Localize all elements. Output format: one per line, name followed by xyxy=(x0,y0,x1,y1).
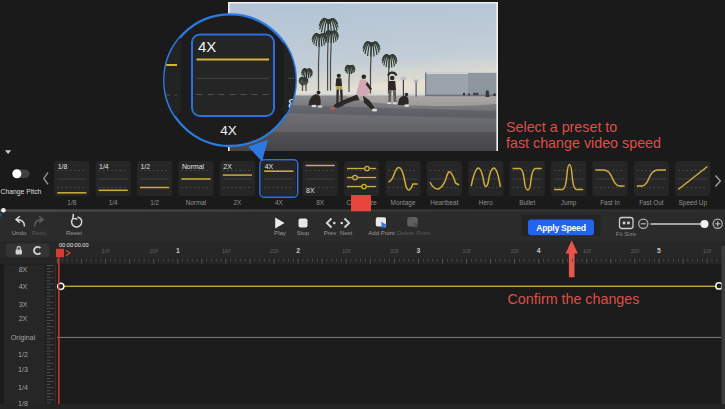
svg-text:3: 3 xyxy=(417,247,421,254)
svg-text:10f: 10f xyxy=(583,248,592,254)
svg-text:fast change video speed: fast change video speed xyxy=(506,135,661,151)
svg-text:Bullet: Bullet xyxy=(519,199,535,206)
svg-text:20f: 20f xyxy=(631,248,640,254)
svg-text:10f: 10f xyxy=(342,248,351,254)
svg-text:Normal: Normal xyxy=(186,199,207,206)
svg-text:Heartbeat: Heartbeat xyxy=(430,199,458,206)
svg-text:4X: 4X xyxy=(19,283,28,291)
svg-text:Next: Next xyxy=(340,229,353,236)
svg-text:Original: Original xyxy=(11,334,36,342)
svg-text:2X: 2X xyxy=(223,163,232,170)
svg-text:1/4: 1/4 xyxy=(18,384,28,392)
svg-text:Reset: Reset xyxy=(66,229,82,236)
svg-text:1/8: 1/8 xyxy=(58,163,68,170)
svg-text:20f: 20f xyxy=(390,248,399,254)
svg-text:Hero: Hero xyxy=(479,199,493,206)
svg-text:10f: 10f xyxy=(222,248,231,254)
svg-text:Normal: Normal xyxy=(182,163,205,170)
svg-text:20f: 20f xyxy=(150,248,159,254)
svg-text:1/2: 1/2 xyxy=(150,199,159,206)
svg-text:8X: 8X xyxy=(306,187,315,194)
svg-text:1/2: 1/2 xyxy=(141,163,151,170)
svg-text:4X: 4X xyxy=(275,199,284,206)
svg-text:Undo: Undo xyxy=(12,229,27,236)
svg-text:Apply Speed: Apply Speed xyxy=(536,223,585,233)
svg-text:Fast Out: Fast Out xyxy=(639,199,664,206)
svg-text:5: 5 xyxy=(657,247,661,254)
svg-text:1/2: 1/2 xyxy=(18,351,28,359)
svg-text:Delete Point: Delete Point xyxy=(397,229,431,236)
svg-text:4X: 4X xyxy=(265,163,274,170)
svg-text:20f: 20f xyxy=(270,248,279,254)
svg-text:Montage: Montage xyxy=(391,199,416,207)
svg-text:2: 2 xyxy=(296,247,300,254)
svg-text:Fast In: Fast In xyxy=(600,199,620,206)
svg-text:4: 4 xyxy=(537,247,541,254)
svg-text:1/8: 1/8 xyxy=(18,400,28,408)
svg-text:1: 1 xyxy=(176,247,180,254)
svg-text:Fit Size: Fit Size xyxy=(616,230,637,237)
svg-text:2X: 2X xyxy=(233,199,242,206)
svg-text:1/3: 1/3 xyxy=(18,366,28,374)
svg-text:20f: 20f xyxy=(510,248,519,254)
svg-text:1/4: 1/4 xyxy=(109,199,118,206)
svg-text:Stop: Stop xyxy=(297,229,310,236)
svg-text:Confirm the changes: Confirm the changes xyxy=(508,291,640,307)
svg-text:8X: 8X xyxy=(19,266,28,274)
svg-text:4X: 4X xyxy=(220,123,237,138)
svg-text:Prev: Prev xyxy=(324,229,337,236)
svg-text:10f: 10f xyxy=(101,248,110,254)
svg-text:Speed Up: Speed Up xyxy=(679,199,708,207)
svg-text:8X: 8X xyxy=(316,199,325,206)
svg-text:00:00:00.00: 00:00:00.00 xyxy=(59,242,89,248)
svg-text:3X: 3X xyxy=(19,301,28,309)
svg-text:1/4: 1/4 xyxy=(99,163,109,170)
svg-text:10f: 10f xyxy=(703,248,712,254)
svg-text:1/8: 1/8 xyxy=(67,199,76,206)
svg-text:4X: 4X xyxy=(198,38,216,55)
svg-text:Redo: Redo xyxy=(32,229,47,236)
svg-text:2X: 2X xyxy=(19,315,28,323)
svg-text:Add Point: Add Point xyxy=(368,229,395,236)
svg-text:Change Pitch: Change Pitch xyxy=(1,188,42,196)
svg-text:Jump: Jump xyxy=(561,199,577,207)
svg-text:Select a preset to: Select a preset to xyxy=(506,119,617,135)
svg-text:Play: Play xyxy=(274,229,287,236)
svg-text:10f: 10f xyxy=(462,248,471,254)
